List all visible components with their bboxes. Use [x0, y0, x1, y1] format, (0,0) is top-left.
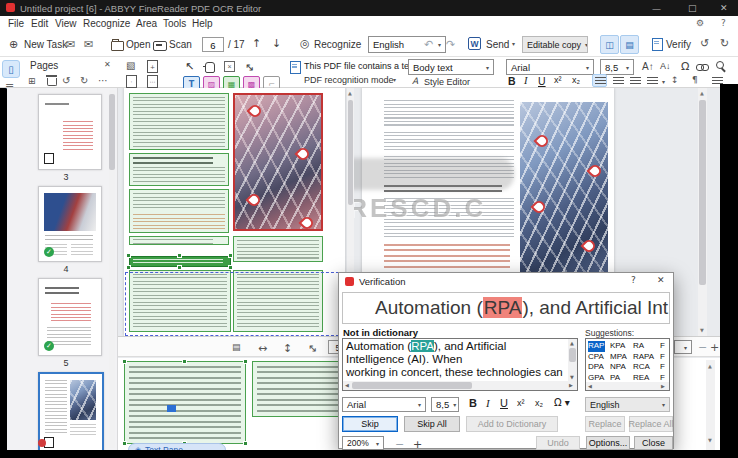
- paragraph-mark-icon[interactable]: ¶: [692, 76, 698, 85]
- suggestions-list[interactable]: RAP KPA RA F CPA MPA RAPA F DPA NPA RCA …: [585, 338, 670, 391]
- view-stacked-toggle[interactable]: ▤: [620, 35, 639, 54]
- add-blank-page-icon[interactable]: +: [147, 60, 158, 73]
- page-thumbnail-6-selected[interactable]: [38, 372, 104, 454]
- search-icon[interactable]: [716, 61, 724, 69]
- image-zone[interactable]: [233, 93, 323, 231]
- select-cursor-icon[interactable]: ↖: [185, 61, 194, 72]
- editor-vscrollbar[interactable]: ▲ ▼: [568, 339, 577, 383]
- suggestion-item[interactable]: KPA: [610, 341, 633, 352]
- align-center-button[interactable]: [613, 77, 624, 85]
- dialog-title-bar[interactable]: Verification ? ✕: [339, 273, 673, 290]
- scroll-up-icon[interactable]: ▲: [700, 91, 704, 96]
- scan-button[interactable]: Scan: [169, 39, 192, 50]
- page-more-icon[interactable]: ⋯: [147, 75, 158, 88]
- chevron-down-icon[interactable]: ▾: [662, 79, 665, 85]
- align-justify-button[interactable]: [647, 77, 658, 85]
- fit-width-icon[interactable]: ↔: [258, 343, 267, 354]
- scroll-down-icon[interactable]: ▼: [700, 328, 704, 333]
- save-project-icon[interactable]: ✉: [84, 39, 93, 50]
- page-thumbnail-5[interactable]: ✓: [38, 278, 102, 356]
- pages-panel-toggle[interactable]: ▯: [2, 60, 20, 78]
- open-button[interactable]: Open: [126, 39, 150, 50]
- dialog-subscript-button[interactable]: x₂: [535, 398, 543, 408]
- dialog-help-icon[interactable]: ?: [631, 276, 636, 285]
- skip-all-button[interactable]: Skip All: [404, 416, 460, 432]
- zoom-select[interactable]: ▾: [674, 340, 692, 354]
- style-editor-button[interactable]: Style Editor: [424, 77, 470, 87]
- underline-button[interactable]: U: [538, 75, 546, 87]
- text-pane-scrollbar[interactable]: ▲ ▼: [698, 88, 707, 336]
- page-thumbnail-3[interactable]: [38, 94, 102, 170]
- fit-page-icon[interactable]: ↔: [305, 341, 319, 355]
- dialog-language-select[interactable]: English▾: [585, 397, 670, 412]
- scroll-left-icon[interactable]: ◀: [345, 383, 349, 388]
- send-button[interactable]: Send: [486, 39, 509, 50]
- dialog-special-char-button[interactable]: Ω ▾: [554, 397, 570, 408]
- text-zone[interactable]: [233, 236, 323, 262]
- menu-area[interactable]: Area: [136, 18, 157, 29]
- previous-page-icon[interactable]: ↑: [252, 38, 261, 49]
- page-analyze-icon[interactable]: ·: [126, 75, 137, 88]
- suggestion-item[interactable]: RCA: [633, 362, 660, 373]
- delete-area-icon[interactable]: ×: [224, 61, 235, 72]
- pdf-mode-dropdown[interactable]: PDF recognition mode: [304, 75, 394, 85]
- close-icon[interactable]: ✕: [720, 4, 728, 13]
- rotate-right-icon[interactable]: ↻: [720, 38, 729, 49]
- language-select[interactable]: English▾: [368, 36, 446, 53]
- line-spacing-icon[interactable]: ↕: [671, 76, 679, 85]
- next-page-icon[interactable]: ↓: [272, 38, 281, 49]
- scroll-right-icon[interactable]: ▶: [569, 383, 573, 388]
- dialog-underline-button[interactable]: U: [500, 397, 508, 409]
- dialog-italic-button[interactable]: I: [486, 397, 490, 409]
- dialog-close-icon[interactable]: ✕: [657, 276, 665, 285]
- scroll-right-icon[interactable]: ▶: [661, 384, 665, 389]
- suggestion-item[interactable]: MPA: [610, 352, 633, 363]
- outline-view-icon[interactable]: ▤: [232, 343, 241, 352]
- suggestion-item-selected[interactable]: RAP: [588, 341, 605, 352]
- options-button[interactable]: Options...: [586, 436, 630, 450]
- replace-button[interactable]: Replace: [585, 416, 625, 432]
- pan-hand-icon[interactable]: [205, 62, 215, 73]
- more-options-icon[interactable]: ⋯: [98, 76, 108, 86]
- minimize-icon[interactable]: —: [652, 5, 661, 14]
- send-mode-select[interactable]: Editable copy▾: [522, 36, 588, 53]
- text-zone[interactable]: [129, 189, 229, 233]
- resize-area-icon[interactable]: ↔: [242, 60, 256, 74]
- suggestion-item[interactable]: F: [660, 362, 670, 373]
- verify-button[interactable]: Verify: [666, 39, 691, 50]
- suggestion-item[interactable]: CPA: [588, 352, 610, 363]
- delete-page-icon[interactable]: [47, 78, 57, 86]
- scroll-up-icon[interactable]: ▲: [708, 364, 712, 369]
- view-split-toggle[interactable]: ◫: [600, 35, 619, 54]
- menu-help[interactable]: Help: [192, 18, 213, 29]
- scroll-left-icon[interactable]: ◀: [588, 384, 592, 389]
- superscript-button[interactable]: x²: [554, 75, 562, 85]
- replace-all-button[interactable]: Replace All: [629, 416, 673, 432]
- rotate-left-icon[interactable]: ↺: [700, 38, 709, 49]
- suggestion-item[interactable]: F: [660, 352, 670, 363]
- rotate-page-left-icon[interactable]: ↺: [62, 76, 70, 86]
- font-select[interactable]: Arial▾: [506, 59, 594, 75]
- settings-gear-icon[interactable]: ⚙: [696, 19, 704, 28]
- italic-button[interactable]: I: [524, 75, 528, 86]
- scroll-down-icon[interactable]: ▼: [570, 375, 574, 380]
- dialog-zoom-out-icon[interactable]: −: [395, 439, 404, 450]
- dialog-zoom-in-icon[interactable]: +: [413, 439, 422, 450]
- suggestion-item[interactable]: RAPA: [633, 352, 660, 363]
- close-button[interactable]: Close: [634, 436, 673, 450]
- add-to-dictionary-button[interactable]: Add to Dictionary: [466, 416, 558, 432]
- zoom-out-icon[interactable]: −: [698, 342, 707, 353]
- close-pages-panel-icon[interactable]: ✕: [104, 61, 111, 69]
- undo-button[interactable]: Undo: [536, 436, 580, 450]
- maximize-icon[interactable]: □: [688, 4, 697, 13]
- menu-recognize[interactable]: Recognize: [83, 18, 130, 29]
- add-page-icon[interactable]: ⊞: [28, 77, 36, 86]
- help-icon[interactable]: ?: [721, 19, 726, 28]
- scroll-up-icon[interactable]: ▲: [570, 341, 574, 346]
- redo-icon[interactable]: ↷: [446, 39, 455, 50]
- font-size-select[interactable]: 8,5▾: [600, 59, 634, 75]
- page-thumbnail-4[interactable]: ✓: [38, 186, 102, 262]
- menu-tools[interactable]: Tools: [163, 18, 186, 29]
- increase-font-icon[interactable]: A↑: [642, 61, 654, 72]
- suggestion-item[interactable]: RA: [633, 341, 660, 352]
